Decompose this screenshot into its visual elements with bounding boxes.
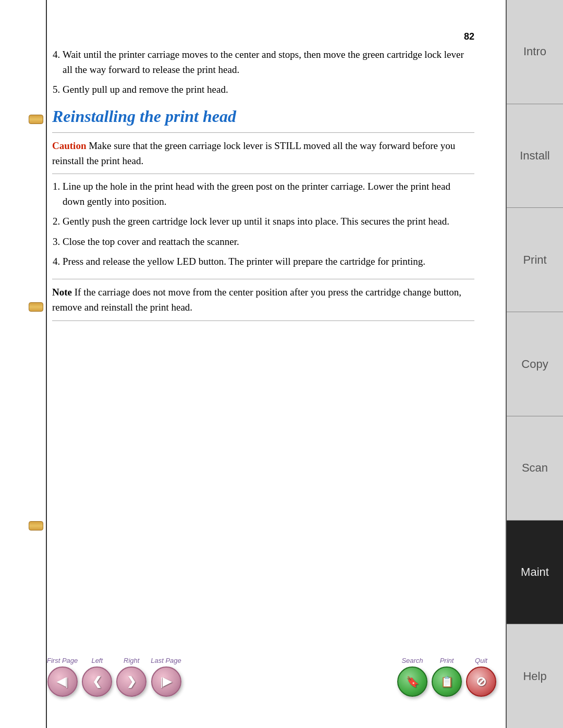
quit-label: Quit xyxy=(475,657,487,664)
reinstall-step-4: Press and release the yellow LED button.… xyxy=(63,254,474,269)
content-steps-continued: Wait until the printer carriage moves to… xyxy=(52,47,474,97)
reinstall-steps: Line up the hole in the print head with … xyxy=(52,179,474,269)
divider-note-bottom xyxy=(52,320,474,321)
left-button[interactable]: ❮ xyxy=(82,667,112,697)
last-page-button[interactable]: |▶ xyxy=(151,667,181,697)
quit-icon: ⊘ xyxy=(476,674,486,689)
print-button[interactable]: 📋 xyxy=(432,667,462,697)
main-content: 82 Wait until the printer carriage moves… xyxy=(0,0,506,728)
sidebar-item-scan[interactable]: Scan xyxy=(507,416,563,521)
reinstall-step-3: Close the top cover and reattach the sca… xyxy=(63,235,474,250)
search-label: Search xyxy=(401,657,423,664)
first-page-label: First Page xyxy=(47,657,78,664)
right-button[interactable]: ❯ xyxy=(116,667,146,697)
caution-block: Caution Make sure that the green carriag… xyxy=(52,138,474,169)
divider-middle xyxy=(52,174,474,174)
quit-button[interactable]: ⊘ xyxy=(466,667,496,697)
last-page-label: Last Page xyxy=(151,657,181,664)
left-label: Left xyxy=(91,657,103,664)
nav-right-group: Right ❯ xyxy=(116,657,146,697)
nav-print-group: Print 📋 xyxy=(432,657,462,697)
reinstall-step-1: Line up the hole in the print head with … xyxy=(63,179,474,209)
sidebar-item-install[interactable]: Install xyxy=(507,104,563,208)
caution-text: Make sure that the green carriage lock l… xyxy=(52,140,455,166)
first-page-icon: ◀| xyxy=(57,675,68,688)
sidebar: Intro Install Print Copy Scan Maint Help xyxy=(506,0,563,728)
nav-first-page-group: First Page ◀| xyxy=(47,657,78,697)
note-text: If the carriage does not move from the c… xyxy=(52,287,461,313)
first-page-button[interactable]: ◀| xyxy=(47,667,78,697)
sidebar-item-maint[interactable]: Maint xyxy=(507,521,563,625)
caution-word: Caution xyxy=(52,140,86,151)
nav-bar: First Page ◀| Left ❮ Right ❯ Last Page |… xyxy=(47,657,500,697)
step-5: Gently pull up and remove the print head… xyxy=(63,82,474,97)
nav-last-page-group: Last Page |▶ xyxy=(151,657,181,697)
sidebar-item-copy[interactable]: Copy xyxy=(507,312,563,416)
nav-quit-group: Quit ⊘ xyxy=(466,657,496,697)
note-block: Note If the carriage does not move from … xyxy=(52,285,474,315)
nav-left-group: Left ❮ xyxy=(82,657,112,697)
sidebar-item-intro[interactable]: Intro xyxy=(507,0,563,104)
step-4: Wait until the printer carriage moves to… xyxy=(63,47,474,77)
section-title: Reinstalling the print head xyxy=(52,107,474,126)
print-label: Print xyxy=(440,657,454,664)
sidebar-item-help[interactable]: Help xyxy=(507,624,563,728)
sidebar-item-print[interactable]: Print xyxy=(507,208,563,312)
nav-search-group: Search 🔖 xyxy=(397,657,427,697)
right-icon: ❯ xyxy=(127,675,136,688)
reinstall-step-2: Gently push the green cartridge lock lev… xyxy=(63,214,474,229)
print-icon: 📋 xyxy=(440,675,454,688)
divider-top xyxy=(52,132,474,133)
last-page-icon: |▶ xyxy=(161,675,172,688)
divider-bottom xyxy=(52,279,474,279)
search-icon: 🔖 xyxy=(406,675,419,688)
note-word: Note xyxy=(52,287,72,298)
left-icon: ❮ xyxy=(92,675,102,688)
right-label: Right xyxy=(124,657,139,664)
search-button[interactable]: 🔖 xyxy=(397,667,427,697)
page-number: 82 xyxy=(52,31,474,42)
